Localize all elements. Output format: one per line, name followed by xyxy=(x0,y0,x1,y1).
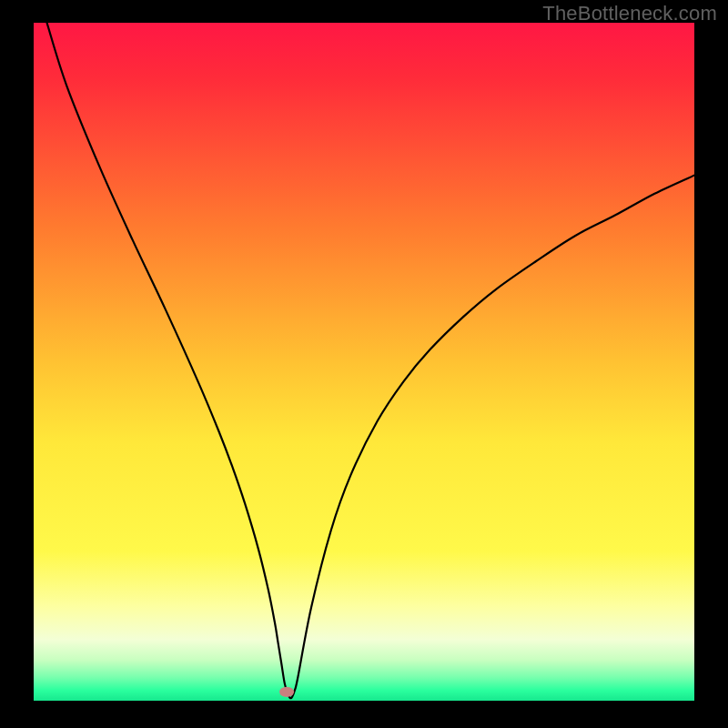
watermark-text: TheBottleneck.com xyxy=(542,2,717,25)
chart-frame: TheBottleneck.com xyxy=(0,0,728,728)
chart-svg xyxy=(34,23,694,701)
min-marker xyxy=(279,687,294,697)
plot-area xyxy=(34,23,694,701)
gradient-background xyxy=(34,23,694,701)
